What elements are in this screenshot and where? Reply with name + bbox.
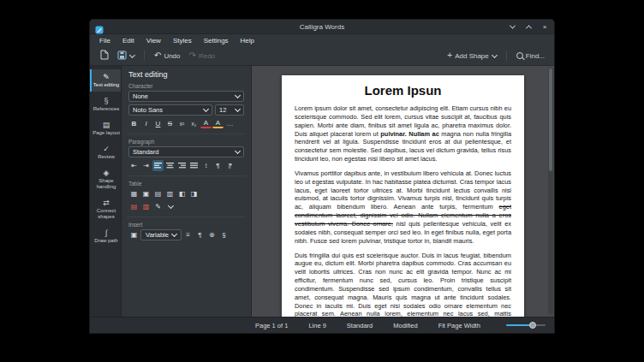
- insert-column-right-button[interactable]: ◧: [176, 188, 188, 199]
- bold-button[interactable]: B: [128, 118, 140, 129]
- indent-increase-button[interactable]: ⇥: [140, 160, 152, 171]
- character-format-row: B I U S x² x₂ A A …: [128, 118, 244, 129]
- menu-edit[interactable]: Edit: [116, 36, 140, 45]
- tool-options-panel: Text editing Character None Noto Sans 12…: [122, 66, 252, 317]
- insert-variable-button[interactable]: Variable: [140, 229, 182, 240]
- table-border-pen-button[interactable]: ✎: [152, 201, 164, 212]
- minimize-button[interactable]: [508, 22, 516, 31]
- indent-decrease-button[interactable]: ⇤: [128, 160, 140, 171]
- character-section-label: Character: [128, 83, 244, 89]
- table-row-2: ▤ ▥ ✎: [128, 201, 244, 212]
- menu-help[interactable]: Help: [235, 36, 260, 45]
- line-number-status[interactable]: Line 9: [308, 322, 325, 329]
- find-button[interactable]: Find...: [514, 50, 547, 62]
- text-direction-ltr-button[interactable]: ¶: [212, 160, 224, 171]
- font-color-button[interactable]: A: [200, 119, 212, 128]
- align-center-button[interactable]: [164, 160, 176, 171]
- document-area[interactable]: Lorem Ipsun Lorem ipsum dolor sit amet, …: [252, 66, 554, 317]
- sidebar-item-draw-path[interactable]: ∫ Draw path: [90, 225, 121, 247]
- text-direction-rtl-button[interactable]: ¶: [224, 160, 236, 171]
- titlebar[interactable]: Calligra Words ×: [90, 20, 554, 34]
- section-divider: [127, 217, 246, 217]
- main-toolbar: ↶ Undo ↷ Redo + Add Shape Find...: [90, 46, 554, 66]
- vertical-scrollbar[interactable]: [548, 68, 553, 315]
- chevron-down-icon: [235, 148, 241, 154]
- menu-settings[interactable]: Settings: [198, 36, 235, 45]
- sidebar-item-shape-handling[interactable]: ◈ Shape handling: [90, 165, 121, 193]
- references-icon: §: [104, 97, 108, 105]
- menu-file[interactable]: File: [93, 36, 116, 45]
- new-document-button[interactable]: [97, 48, 111, 63]
- align-right-button[interactable]: [176, 160, 188, 171]
- document-page[interactable]: Lorem Ipsun Lorem ipsum dolor sit amet, …: [282, 75, 524, 317]
- more-character-options-button[interactable]: …: [224, 118, 236, 129]
- chevron-up-icon: [525, 25, 531, 31]
- modified-status: Modified: [393, 322, 417, 329]
- toolbar-separator-2: [506, 50, 507, 61]
- statusbar: Page 1 of 1 Line 9 Standard Modified Fit…: [90, 317, 554, 333]
- chevron-down-icon: [235, 106, 241, 112]
- sidebar-item-page-layout[interactable]: ▤ Page layout: [90, 117, 121, 139]
- window-content: ✎ Text editing § References ▤ Page layou…: [90, 66, 554, 317]
- align-justify-button[interactable]: [188, 160, 200, 171]
- table-row-1: ▦ ▣ ▤ ▥ ◧ ◨: [128, 188, 244, 199]
- scrollbar-thumb[interactable]: [549, 68, 552, 171]
- zoom-slider-fill: [506, 324, 531, 326]
- underline-button[interactable]: U: [152, 118, 164, 129]
- highlight-color-button[interactable]: A: [212, 119, 224, 128]
- insert-column-left-button[interactable]: ▥: [164, 188, 176, 199]
- paragraph-style-select[interactable]: Standard: [128, 146, 244, 157]
- add-shape-chevron-icon: [492, 51, 498, 57]
- close-button[interactable]: ×: [540, 22, 549, 31]
- sidebar-item-connect-shapes[interactable]: ⇄ Connect shapes: [90, 195, 121, 223]
- zoom-mode-status[interactable]: Fit Page Width: [438, 322, 480, 329]
- delete-column-button[interactable]: ▥: [140, 201, 152, 212]
- zoom-slider[interactable]: [506, 321, 546, 329]
- line-spacing-button[interactable]: ↕: [200, 160, 212, 171]
- sidebar-item-references[interactable]: § References: [90, 93, 121, 116]
- font-size-select[interactable]: 12: [215, 104, 244, 116]
- save-button[interactable]: [115, 49, 137, 63]
- subscript-button[interactable]: x₂: [188, 118, 200, 129]
- merge-cells-button[interactable]: ◨: [188, 188, 200, 199]
- insert-row-below-button[interactable]: ▤: [152, 188, 164, 199]
- sidebar-item-review[interactable]: ✓ Review: [90, 141, 121, 163]
- insert-text-frame-button[interactable]: ▣: [128, 229, 140, 240]
- insert-table-button[interactable]: ▦: [128, 188, 140, 199]
- paragraph-section-label: Paragraph: [128, 139, 244, 145]
- character-style-select[interactable]: None: [128, 91, 244, 102]
- page-count-status[interactable]: Page 1 of 1: [255, 322, 288, 329]
- menu-view[interactable]: View: [140, 36, 167, 45]
- delete-row-button[interactable]: ▤: [128, 201, 140, 212]
- search-icon: [516, 52, 523, 59]
- window-controls: ×: [508, 22, 549, 31]
- zoom-slider-handle[interactable]: [529, 322, 536, 329]
- zoom-slider-track[interactable]: [506, 324, 546, 326]
- window-title: Calligra Words: [90, 23, 554, 31]
- insert-paragraph-button[interactable]: ¶: [194, 229, 206, 240]
- table-section-label: Table: [128, 181, 244, 187]
- redo-button[interactable]: ↷ Redo: [187, 50, 218, 62]
- insert-section-button[interactable]: §: [218, 229, 230, 240]
- new-document-icon: [99, 50, 109, 62]
- superscript-button[interactable]: x²: [176, 118, 188, 129]
- insert-special-character-button[interactable]: ⊕: [206, 229, 218, 240]
- insert-toc-button[interactable]: ≡: [182, 229, 194, 240]
- plus-icon: +: [447, 51, 452, 60]
- menu-styles[interactable]: Styles: [167, 36, 198, 45]
- align-right-icon: [178, 162, 186, 169]
- strikethrough-button[interactable]: S: [164, 118, 176, 129]
- insert-row-above-button[interactable]: ▣: [140, 188, 152, 199]
- font-family-select[interactable]: Noto Sans: [128, 104, 212, 116]
- chevron-down-icon: [167, 203, 173, 209]
- shape-handling-icon: ◈: [104, 169, 110, 177]
- align-left-button[interactable]: [152, 160, 164, 171]
- italic-button[interactable]: I: [140, 118, 152, 129]
- insert-row: ▣ Variable ≡ ¶ ⊕ §: [128, 229, 244, 240]
- table-options-chevron-button[interactable]: [164, 201, 176, 212]
- undo-button[interactable]: ↶ Undo: [152, 50, 183, 62]
- maximize-button[interactable]: [524, 22, 533, 31]
- add-shape-button[interactable]: + Add Shape: [444, 50, 498, 62]
- style-status[interactable]: Standard: [347, 322, 373, 329]
- sidebar-item-text-editing[interactable]: ✎ Text editing: [90, 69, 121, 92]
